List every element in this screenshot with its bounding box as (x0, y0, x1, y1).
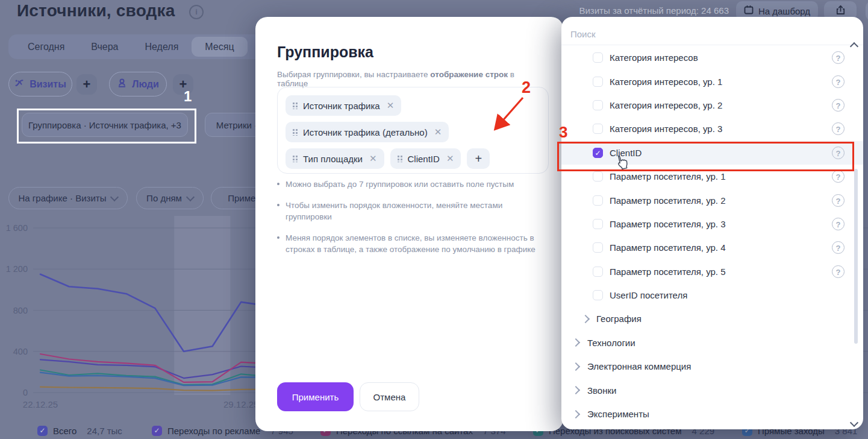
checkbox-unchecked[interactable] (593, 77, 603, 87)
x-tick-label: 29.12.25 (223, 399, 258, 409)
grouping-hints: Можно выбрать до 7 группировок или остав… (277, 178, 542, 265)
grouping-chip-label: Источник трафика (детально) (303, 127, 428, 137)
checkbox-unchecked[interactable] (593, 219, 603, 229)
list-item-категория-интересов[interactable]: Категория интересов? (561, 46, 863, 69)
checkbox-unchecked[interactable] (593, 242, 603, 253)
list-item-label: Звонки (587, 385, 616, 396)
help-icon[interactable]: ? (832, 75, 845, 88)
list-item-параметр-посетителя-ур-2[interactable]: Параметр посетителя, ур. 2? (561, 188, 863, 212)
search-input[interactable]: Поиск (570, 25, 823, 43)
bullet-dot (277, 183, 279, 185)
grouping-chip[interactable]: Тип площадки✕ (286, 148, 384, 169)
grouping-chip[interactable]: Источник трафика (детально)✕ (286, 122, 449, 142)
grouping-chip[interactable]: ClientID✕ (390, 148, 461, 169)
list-item-label: Параметр посетителя, ур. 3 (610, 219, 726, 229)
grouping-chip[interactable]: Источник трафика✕ (286, 95, 401, 116)
y-tick-label: 0 (23, 388, 28, 397)
hint-text: Меняя порядок элементов в списке, вы изм… (286, 232, 542, 256)
list-item-label: География (596, 314, 642, 324)
y-tick-label: 400 (13, 347, 28, 356)
list-item-label: Категория интересов, ур. 2 (610, 100, 722, 110)
drag-handle-icon[interactable] (293, 155, 298, 162)
annotation-number-1: 1 (184, 88, 192, 105)
list-item-label: Параметр посетителя, ур. 1 (610, 171, 726, 182)
list-item-категория-интересов-ур-3[interactable]: Категория интересов, ур. 3? (561, 117, 863, 141)
divider (561, 45, 863, 45)
modal-title: Группировка (277, 43, 373, 61)
apply-button[interactable]: Применить (277, 382, 354, 411)
help-icon[interactable]: ? (832, 265, 845, 278)
checkbox-unchecked[interactable] (593, 100, 603, 110)
grouping-options-list: Категория интересов?Категория интересов,… (561, 46, 863, 426)
list-item-звонки[interactable]: Звонки (561, 378, 863, 402)
bullet-dot (277, 204, 279, 206)
list-item-label: UserID посетителя (610, 290, 687, 300)
y-tick-label: 1 600 (6, 223, 28, 233)
cancel-button[interactable]: Отмена (360, 382, 419, 411)
list-item-технологии[interactable]: Технологии (561, 331, 863, 355)
chevron-right-icon[interactable] (572, 409, 580, 418)
list-item-география[interactable]: География (561, 307, 863, 330)
chevron-right-icon[interactable] (572, 362, 580, 371)
list-item-label: Категория интересов (610, 52, 698, 63)
help-icon[interactable]: ? (832, 241, 845, 254)
hint-item: Можно выбрать до 7 группировок или остав… (277, 178, 542, 191)
chart-line-unlabeled (40, 387, 270, 391)
list-item-электронная-коммерция[interactable]: Электронная коммерция (561, 355, 863, 378)
help-icon[interactable]: ? (832, 194, 845, 207)
list-item-label: Параметр посетителя, ур. 5 (610, 267, 726, 277)
x-tick-label: 22.12.25 (23, 399, 58, 409)
drag-handle-icon[interactable] (398, 155, 402, 162)
hint-text: Чтобы изменить порядок вложенности, меня… (286, 200, 542, 223)
help-icon[interactable]: ? (832, 122, 845, 135)
list-item-эксперименты[interactable]: Эксперименты (561, 402, 863, 426)
drag-handle-icon[interactable] (293, 102, 298, 109)
checkbox-unchecked[interactable] (593, 290, 603, 300)
help-icon[interactable]: ? (832, 218, 845, 230)
list-item-категория-интересов-ур-2[interactable]: Категория интересов, ур. 2? (561, 93, 863, 117)
list-item-userid-посетителя[interactable]: UserID посетителя (561, 283, 863, 307)
list-item-параметр-посетителя-ур-3[interactable]: Параметр посетителя, ур. 3? (561, 212, 863, 236)
grouping-chip-label: Тип площадки (303, 154, 363, 164)
hint-item: Чтобы изменить порядок вложенности, меня… (277, 200, 542, 223)
list-item-параметр-посетителя-ур-4[interactable]: Параметр посетителя, ур. 4? (561, 236, 863, 259)
grouping-picker-panel: Поиск Категория интересов?Категория инте… (561, 17, 863, 429)
weekend-band (174, 216, 230, 395)
chevron-right-icon[interactable] (572, 338, 580, 347)
bullet-dot (277, 236, 279, 239)
remove-chip-icon[interactable]: ✕ (434, 127, 442, 137)
grouping-chip-label: ClientID (408, 154, 440, 164)
annotation-number-2: 2 (522, 78, 531, 96)
list-item-label: Категория интересов, ур. 3 (610, 124, 722, 134)
list-item-параметр-посетителя-ур-5[interactable]: Параметр посетителя, ур. 5? (561, 260, 863, 283)
remove-chip-icon[interactable]: ✕ (387, 100, 395, 111)
list-item-label: Технологии (587, 338, 635, 348)
grouping-chip-label: Источник трафика (303, 101, 380, 111)
list-item-label: Эксперименты (587, 409, 649, 419)
help-icon[interactable]: ? (832, 99, 845, 112)
checkbox-unchecked[interactable] (593, 52, 603, 63)
checkbox-unchecked[interactable] (593, 171, 603, 182)
annotation-box-1 (17, 109, 196, 144)
scrollbar-thumb[interactable] (854, 169, 858, 344)
remove-chip-icon[interactable]: ✕ (446, 153, 454, 164)
drag-handle-icon[interactable] (293, 128, 298, 136)
list-item-label: Категория интересов, ур. 1 (610, 77, 722, 87)
screen: Источники, сводка i Визиты за отчётный п… (0, 0, 868, 439)
checkbox-unchecked[interactable] (593, 267, 603, 277)
list-item-label: Электронная коммерция (587, 361, 691, 371)
list-item-label: Параметр посетителя, ур. 2 (610, 195, 726, 206)
list-item-label: Параметр посетителя, ур. 4 (610, 242, 726, 253)
remove-chip-icon[interactable]: ✕ (369, 153, 377, 164)
hint-item: Меняя порядок элементов в списке, вы изм… (277, 232, 542, 256)
chevron-right-icon[interactable] (572, 386, 580, 394)
y-tick-label: 1 200 (6, 264, 28, 274)
chart-line-Всего (40, 274, 270, 352)
add-grouping-button[interactable]: + (467, 148, 490, 169)
help-icon[interactable]: ? (832, 170, 845, 183)
chevron-right-icon[interactable] (581, 315, 590, 323)
help-icon[interactable]: ? (832, 51, 845, 64)
checkbox-unchecked[interactable] (593, 124, 603, 134)
list-item-категория-интересов-ур-1[interactable]: Категория интересов, ур. 1? (561, 69, 863, 93)
checkbox-unchecked[interactable] (593, 195, 603, 206)
